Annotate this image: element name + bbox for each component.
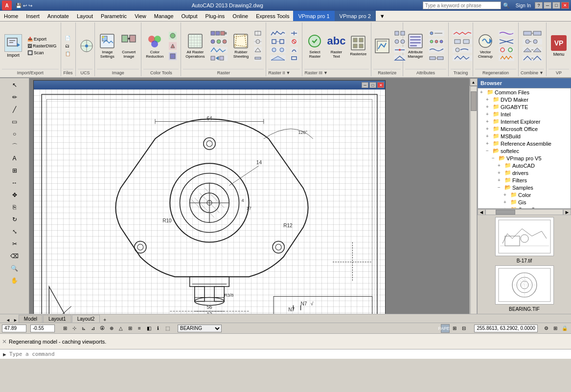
h-scroll-track[interactable] [485,209,563,215]
tree-item-vpmap-pro-v5[interactable]: − 📂 VPmap pro V5 [478,154,571,162]
osnap-icon[interactable]: ⦿ [98,324,107,333]
attr-btn3[interactable] [427,46,446,54]
color-tool-3[interactable] [167,51,179,61]
add-tab-btn[interactable]: + [101,317,108,323]
tree-item-msbuild[interactable]: + 📁 MSBuild [478,132,571,140]
attr-btn2[interactable] [427,38,446,45]
tree-item-dvd-maker[interactable]: + 📁 DVD Maker [478,96,571,103]
tree-item-samples[interactable]: − 📂 Samples [478,184,571,191]
color-reduction-btn[interactable]: ColorReduction [143,32,166,60]
console-input[interactable] [9,351,569,357]
layer-dropdown[interactable]: BEARING [178,325,222,332]
tool-erase[interactable]: ⌫ [9,250,21,262]
ducs-icon[interactable]: △ [116,324,125,333]
scroll-thumb[interactable] [471,91,477,111]
tool-dimension[interactable]: ↔ [9,177,21,189]
raster-extra-1[interactable] [252,29,264,37]
ortho-icon[interactable]: ⊾ [79,324,88,333]
vertical-scrollbar[interactable]: ▲ ▼ [469,78,477,314]
scan-btn[interactable]: 🔲 Scan [25,49,59,56]
lock-icon[interactable]: 🔒 [560,324,569,333]
lweight-icon[interactable]: ≡ [135,324,144,333]
color-tool-2[interactable] [167,41,179,51]
tab-layout2[interactable]: Layout2 [72,315,100,323]
attr-btn1[interactable] [427,29,446,37]
tree-item-ie[interactable]: + 📁 Internet Explorer [478,118,571,125]
search-input[interactable] [423,1,501,9]
tree-item-color[interactable]: + 📁 Color [478,191,571,198]
all-raster-btn[interactable]: All RasterOperations [183,32,207,60]
h-scroll-right[interactable]: ► [563,209,571,215]
raster2-btn3[interactable] [268,46,288,54]
model-space-icon[interactable]: PAPER [441,324,450,333]
select-raster-btn[interactable]: SelectRaster [304,32,325,60]
raster-op-1[interactable] [208,29,229,37]
preview-bearing[interactable] [495,265,554,305]
tree-item-ms-office[interactable]: + 📁 Microsoft Office [478,125,571,132]
scroll-up-btn[interactable]: ▲ [470,78,478,86]
tool-copy[interactable]: ⎘ [9,201,21,213]
menu-express-tools[interactable]: Express Tools [252,11,293,21]
raster-op-4[interactable] [208,54,229,62]
snap-icon[interactable]: ⊹ [70,324,79,333]
tree-item-softelec[interactable]: − 📂 softelec [478,147,571,154]
import-btn[interactable]: Import [2,33,24,59]
tool-pan[interactable]: ✋ [9,275,21,286]
combine-btn2[interactable] [521,38,544,45]
tree-item-autocad[interactable]: + 📁 AutoCAD [478,162,571,169]
tree-item-reference[interactable]: + 📁 Reference Assemblie [478,140,571,147]
menu-vpmap-pro2[interactable]: VPmap pro 2 [335,11,376,21]
tree-item-drivers[interactable]: + 📁 drivers [478,169,571,176]
ucs-btn[interactable] [78,37,95,55]
otrack-icon[interactable]: ⊕ [107,324,116,333]
tool-rotate[interactable]: ↻ [9,214,21,225]
regen-btn1[interactable] [497,29,516,37]
h-scroll-left[interactable]: ◄ [478,209,485,215]
files-btn2[interactable]: 🗂 [63,43,72,49]
tree-item-intel[interactable]: + 📁 Intel [478,110,571,118]
grid-icon[interactable]: ⊞ [61,324,69,333]
raster2-btn7[interactable] [288,46,300,54]
scroll-track[interactable] [470,86,477,314]
rasterdwg-btn[interactable]: 🖼 RasterDWG [25,43,59,49]
console-close-btn[interactable]: ✕ [2,338,7,345]
raster-extra-2[interactable] [252,38,264,45]
tool-circle[interactable]: ○ [9,128,21,140]
drawing-close-btn[interactable]: ✕ [377,82,384,88]
files-btn3[interactable]: 📋 [63,50,72,57]
dyn-icon[interactable]: ⊞ [126,324,135,333]
maximize-btn[interactable]: □ [552,2,560,9]
tree-item-filters[interactable]: + 📁 Filters [478,176,571,184]
settings-icon[interactable]: ⚙ [542,324,550,333]
workspace-icon[interactable]: ⊞ [551,324,560,333]
combine-btn4[interactable] [521,54,544,62]
menu-online[interactable]: Online [228,11,252,21]
combine-btn3[interactable] [521,46,544,54]
tool-arc[interactable]: ⌒ [9,140,21,152]
rasterize-main-btn[interactable]: Rasterize [347,34,369,58]
sign-in-btn[interactable]: Sign In [516,3,531,8]
tool-rect[interactable]: ▭ [9,116,21,128]
view1-icon[interactable]: ⊞ [450,324,459,333]
raster-extra-3[interactable] [252,46,264,54]
polar-icon[interactable]: ⊿ [89,324,97,333]
qp-icon[interactable]: ℹ [154,324,162,333]
menu-parametric[interactable]: Parametric [97,11,131,21]
tree-item-gigabyte[interactable]: + 📁 GIGABYTE [478,103,571,110]
vector-cleanup-btn[interactable]: VectorCleanup [475,32,496,60]
image-settings-btn[interactable]: ImageSettings [97,32,117,60]
tool-arrow[interactable]: ↖ [9,79,21,91]
menu-manage[interactable]: Manage [150,11,178,21]
menu-insert[interactable]: Insert [22,11,44,21]
tracing-btn1[interactable] [451,29,474,37]
tab-layout1[interactable]: Layout1 [43,315,71,323]
drawing-maximize-btn[interactable]: □ [369,82,376,88]
menu-layout[interactable]: Layout [73,11,97,21]
menu-output[interactable]: Output [178,11,202,21]
tab-model[interactable]: Model [19,315,43,323]
help-btn[interactable]: ? [535,2,543,9]
regen-btn2[interactable] [497,38,516,45]
menu-plugins[interactable]: Plug-ins [202,11,229,21]
tool-scale[interactable]: ⤡ [9,226,21,238]
raster2-btn8[interactable] [288,54,300,62]
